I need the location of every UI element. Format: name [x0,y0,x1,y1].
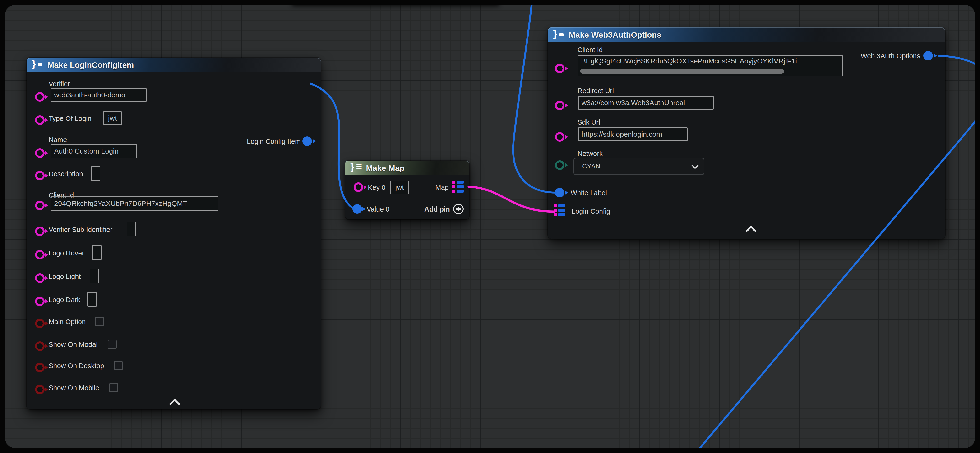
add-pin-button[interactable] [453,204,464,214]
sdk-url-pin[interactable] [555,132,565,142]
pin-label-logo-dark: Logo Dark [49,296,80,304]
pin-label-name: Name [49,136,67,144]
screenshot-frame: Make LoginConfigItem Login Config Item V… [0,0,980,453]
main-option-pin[interactable] [35,319,45,328]
redirect-url-input[interactable]: w3a://com.w3a.Web3AuthUnreal [578,96,714,110]
network-dropdown-value: CYAN [582,163,601,170]
logo-light-pin[interactable] [35,273,45,283]
verifier-input[interactable]: web3auth-auth0-demo [51,88,146,102]
show-on-mobile-pin[interactable] [35,385,45,394]
node-title: Make Web3AuthOptions [569,30,661,40]
pin-label-logo-light: Logo Light [49,273,81,280]
pin-label-redirect-url: Redirect Url [578,87,614,95]
pin-label-show-on-desktop: Show On Desktop [49,362,104,370]
pin-label-verifier: Verifier [49,80,70,88]
login-config-label: Login Config [571,207,610,215]
node-make-web3authoptions[interactable]: Make Web3AuthOptions Web 3Auth Options C… [548,27,945,239]
name-pin[interactable] [35,148,45,158]
show-on-mobile-checkbox[interactable] [109,383,118,392]
key-0-pin[interactable] [354,182,363,192]
make-map-icon [350,163,363,173]
type-of-login-pin[interactable] [35,116,45,125]
verifier-sub-identifier-input[interactable] [127,222,136,236]
network-dropdown[interactable]: CYAN [573,158,705,175]
output-pin-label: Web 3Auth Options [861,52,920,60]
show-on-desktop-pin[interactable] [35,363,45,372]
output-pin-label: Login Config Item [247,138,301,146]
node-header-make-map[interactable]: Make Map [345,161,469,175]
logo-hover-input[interactable] [92,245,102,260]
node-make-loginconfigitem[interactable]: Make LoginConfigItem Login Config Item V… [27,57,321,409]
main-option-checkbox[interactable] [95,317,104,326]
description-pin[interactable] [35,171,45,180]
pin-label-logo-hover: Logo Hover [49,249,84,257]
collapse-node-button[interactable] [169,399,180,410]
add-pin-label[interactable]: Add pin [424,206,450,213]
make-struct-icon [553,30,565,40]
verifier-sub-identifier-pin[interactable] [35,226,45,236]
node-make-map[interactable]: Make Map Key 0 jwt Map Value 0 Add pin [345,161,469,219]
offscreen-node-shadow [291,5,500,6]
node-header-make-web3authoptions[interactable]: Make Web3AuthOptions [548,27,945,42]
blueprint-graph-canvas[interactable]: Make LoginConfigItem Login Config Item V… [5,5,975,448]
logo-light-input[interactable] [90,269,99,284]
client-id-scrollbar[interactable] [580,69,784,74]
chevron-down-icon [692,162,699,169]
map-output-pin[interactable] [452,181,464,193]
network-pin[interactable] [555,160,565,170]
client-id-pin[interactable] [555,64,565,73]
pin-label-network: Network [578,150,603,158]
pin-label-client-id: Client Id [578,46,603,54]
show-on-desktop-checkbox[interactable] [114,361,123,370]
white-label-label: White Label [571,189,607,197]
login-config-pin[interactable] [554,204,565,216]
redirect-url-pin[interactable] [555,101,565,110]
logo-hover-pin[interactable] [35,250,45,260]
collapse-node-button[interactable] [745,226,757,237]
show-on-modal-checkbox[interactable] [108,340,117,349]
white-label-pin[interactable] [555,188,565,197]
value-0-label: Value 0 [367,206,390,213]
description-input[interactable] [91,166,100,181]
wire-map-to-login-config [469,187,554,212]
logo-dark-pin[interactable] [35,297,45,306]
pin-label-main-option: Main Option [49,318,86,326]
client-id-pin[interactable] [35,201,45,210]
show-on-modal-pin[interactable] [35,341,45,351]
sdk-url-input[interactable]: https://sdk.openlogin.com [578,127,687,141]
pin-label-description: Description [49,170,83,178]
client-id-input[interactable]: 294QRkchfq2YaXUbPri7D6PH7xzHgQMT [51,196,218,211]
pin-label-verifier-sub-identifier: Verifier Sub Identifier [49,226,113,234]
login-config-item-output-pin[interactable] [302,136,312,146]
type-of-login-input[interactable]: jwt [103,111,122,125]
pin-label-sdk-url: Sdk Url [578,119,600,126]
pin-label-show-on-mobile: Show On Mobile [49,384,99,392]
node-title: Make Map [366,163,405,173]
client-id-input[interactable]: BEglQSgt4cUWcj6SKRdu5QkOXTsePmMcusG5EAoy… [578,55,843,76]
name-input[interactable]: Auth0 Custom Login [51,144,137,158]
map-output-label: Map [436,184,449,192]
node-title: Make LoginConfigItem [48,60,134,70]
value-0-pin[interactable] [352,204,362,214]
web3auth-options-output-pin[interactable] [923,51,933,60]
pin-label-show-on-modal: Show On Modal [49,341,97,348]
key-0-label: Key 0 [368,184,385,192]
verifier-pin[interactable] [35,92,45,101]
pin-label-type-of-login: Type Of Login [49,115,92,122]
make-struct-icon [32,60,44,70]
node-header-make-loginconfigitem[interactable]: Make LoginConfigItem [27,57,321,72]
logo-dark-input[interactable] [87,292,97,307]
key-0-input[interactable]: jwt [390,181,409,194]
